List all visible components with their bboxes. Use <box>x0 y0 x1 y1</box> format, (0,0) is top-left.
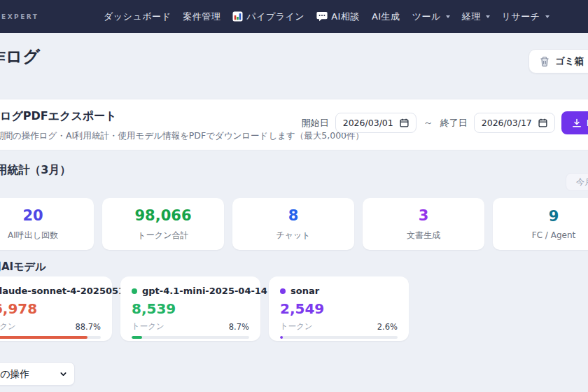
model-token-value: 2,549 <box>280 301 398 316</box>
stat-card-chat: 8 チャット <box>232 198 354 250</box>
model-dot-icon <box>280 288 286 294</box>
model-token-value: 8,539 <box>132 301 249 316</box>
start-date-label: 開始日 <box>302 117 329 130</box>
chevron-down-icon <box>446 15 450 18</box>
nav-item-dashboard[interactable]: ダッシュボード <box>104 10 171 23</box>
export-section: 操作ログPDFエクスポート 指定期間の操作ログ・AI利用統計・使用モデル情報をP… <box>0 99 588 150</box>
model-name: sonar <box>290 286 319 296</box>
nav-item-case-management[interactable]: 案件管理 <box>183 10 220 23</box>
models-section-title: 使用AIモデル <box>0 260 46 274</box>
nav-item-accounting[interactable]: 経理 <box>462 10 490 23</box>
model-token-value: 86,978 <box>0 301 101 316</box>
model-name: claude-sonnet-4-20250514 <box>0 286 131 296</box>
model-token-unit: トークン <box>0 321 16 332</box>
model-head: sonar <box>280 286 398 296</box>
operation-filter-select[interactable]: すべての操作 <box>0 362 75 386</box>
nav-label: ダッシュボード <box>104 10 171 23</box>
model-percent: 88.7% <box>75 322 101 332</box>
model-progress-fill <box>0 336 88 339</box>
model-token-unit: トークン <box>132 321 164 332</box>
chevron-down-icon <box>59 370 67 378</box>
nav-item-ai-consult[interactable]: AI相談 <box>316 10 360 23</box>
stat-value: 8 <box>288 209 299 223</box>
calendar-icon <box>538 118 547 127</box>
end-date-value: 2026/03/17 <box>482 118 532 128</box>
nav-item-research[interactable]: リサーチ <box>502 10 550 23</box>
stat-value: 3 <box>419 209 429 223</box>
stat-label: AI呼出し回数 <box>8 230 58 241</box>
stat-label: 文書生成 <box>407 230 440 241</box>
range-separator: ～ <box>423 117 434 130</box>
model-dot-icon <box>132 288 137 294</box>
nav-label: ツール <box>412 10 441 23</box>
model-progress-fill <box>132 336 142 339</box>
trash-icon <box>539 56 550 67</box>
chevron-down-icon <box>486 15 490 18</box>
stat-value: 20 <box>22 209 43 223</box>
nav-label: リサーチ <box>502 10 540 23</box>
page-title: 操作ログ <box>0 46 40 68</box>
model-card-sonar: sonar 2,549 トークン 2.6% <box>269 276 409 341</box>
stat-label: チャット <box>276 230 310 241</box>
pdf-export-button[interactable]: PDF出力 <box>561 111 588 134</box>
trash-button[interactable]: ゴミ箱 <box>528 49 588 74</box>
nav-item-tools[interactable]: ツール <box>412 10 450 23</box>
nav-label: AI生成 <box>372 10 400 23</box>
stat-card-token-total: 98,066 トークン合計 <box>102 198 224 250</box>
model-cards: claude-sonnet-4-20250514 86,978 トークン 88.… <box>0 276 409 341</box>
stat-value: 98,066 <box>134 209 191 223</box>
nav-label: AI相談 <box>331 10 360 23</box>
page-content: 操作ログ ゴミ箱 操作ログPDFエクスポート 指定期間の操作ログ・AI利用統計・… <box>0 33 588 392</box>
stat-card-ai-calls: 20 AI呼出し回数 <box>0 198 94 250</box>
stat-card-doc-generation: 3 文書生成 <box>363 198 484 250</box>
nav-label: 案件管理 <box>183 10 220 23</box>
model-percent: 2.6% <box>377 322 398 332</box>
bar-chart-icon <box>232 11 243 22</box>
stat-card-fc-agent: 9 FC / Agent <box>493 198 588 250</box>
model-meta: トークン 88.7% <box>0 321 101 332</box>
chat-bubble-icon <box>316 11 328 22</box>
stat-value: 9 <box>549 209 559 224</box>
model-card-claude: claude-sonnet-4-20250514 86,978 トークン 88.… <box>0 276 112 341</box>
export-controls: 開始日 2026/03/01 ～ 終了日 2026/03/17 PDF出力 <box>302 111 588 134</box>
nav-label: パイプライン <box>246 10 304 23</box>
app-logo: EXPERT <box>1 13 39 20</box>
calendar-icon <box>400 118 409 127</box>
model-name: gpt-4.1-mini-2025-04-14 <box>142 286 267 296</box>
model-token-unit: トークン <box>280 321 313 332</box>
model-meta: トークン 8.7% <box>132 321 249 332</box>
download-icon <box>572 118 582 128</box>
model-percent: 8.7% <box>229 322 249 332</box>
model-progress-fill <box>280 336 283 339</box>
operation-filter-value: すべての操作 <box>0 368 29 381</box>
trash-button-label: ゴミ箱 <box>555 55 584 68</box>
model-progress-track <box>280 336 398 339</box>
model-meta: トークン 2.6% <box>280 321 398 332</box>
stat-label: FC / Agent <box>532 230 575 240</box>
end-date-input[interactable]: 2026/03/17 <box>474 113 555 133</box>
model-head: claude-sonnet-4-20250514 <box>0 286 101 296</box>
chevron-down-icon <box>545 15 550 18</box>
top-nav: EXPERT ダッシュボード 案件管理 パイプライン AI相談 AI生成 ツール… <box>0 0 588 33</box>
period-badge[interactable]: 今月 <box>566 173 588 191</box>
stats-cards: 20 AI呼出し回数 98,066 トークン合計 8 チャット 3 文書生成 9… <box>0 198 588 250</box>
stat-label: トークン合計 <box>138 230 189 241</box>
nav-item-ai-generate[interactable]: AI生成 <box>372 10 400 23</box>
end-date-label: 終了日 <box>440 117 468 130</box>
stats-section-title: AI利用統計（3月） <box>0 163 71 178</box>
model-progress-track <box>0 336 101 339</box>
start-date-value: 2026/03/01 <box>343 118 393 128</box>
model-card-gpt: gpt-4.1-mini-2025-04-14 8,539 トークン 8.7% <box>120 276 260 341</box>
nav-item-pipeline[interactable]: パイプライン <box>232 10 304 23</box>
model-head: gpt-4.1-mini-2025-04-14 <box>132 286 249 296</box>
nav-label: 経理 <box>462 10 481 23</box>
model-progress-track <box>132 336 249 339</box>
nav-menu: ダッシュボード 案件管理 パイプライン AI相談 AI生成 ツール 経理 リサー… <box>104 0 550 33</box>
start-date-input[interactable]: 2026/03/01 <box>335 113 416 133</box>
